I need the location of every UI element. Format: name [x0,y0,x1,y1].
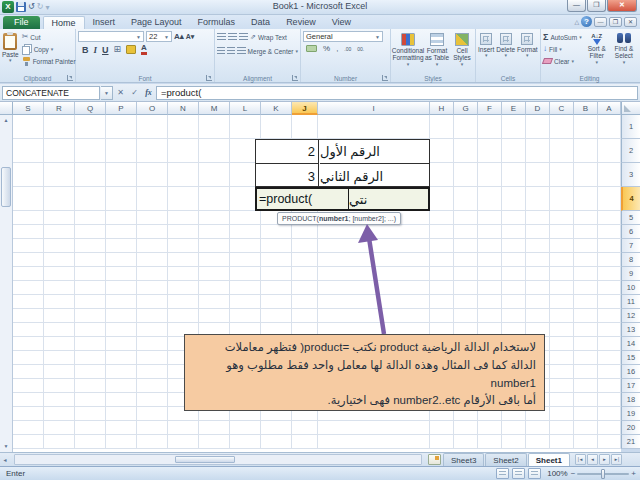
sheet-tab-sheet2[interactable]: Sheet2 [485,453,526,466]
name-box[interactable]: CONCATENATE [2,86,100,100]
row-header-8[interactable]: 8 [621,253,640,267]
row-header-13[interactable]: 13 [621,323,640,337]
row-header-12[interactable]: 12 [621,309,640,323]
column-header-H[interactable]: H [430,102,454,115]
row-header-1[interactable]: 1 [621,115,640,139]
column-header-B[interactable]: B [574,102,598,115]
shrink-font-icon[interactable]: A▾ [186,32,195,42]
column-header-G[interactable]: G [454,102,478,115]
zoom-level[interactable]: 100% [547,469,567,478]
first-sheet-icon[interactable]: |◄ [575,454,586,465]
accounting-format-icon[interactable] [306,45,317,52]
maximize-button[interactable]: ❐ [587,0,606,12]
increase-decimal-icon[interactable]: .00 [344,46,351,52]
vertical-scrollbar[interactable]: ▲ ▼ [0,115,13,452]
column-header-M[interactable]: M [199,102,230,115]
enter-formula-icon[interactable]: ✓ [128,86,141,100]
zoom-slider-track[interactable] [577,473,629,475]
bold-icon[interactable]: B [82,45,89,55]
row-header-15[interactable]: 15 [621,351,640,365]
fill-button[interactable]: ↓ Fill ▾ [543,43,582,55]
row-header-7[interactable]: 7 [621,239,640,253]
font-size-combo[interactable]: 22 ▼ [146,31,172,42]
row-header-17[interactable]: 17 [621,379,640,393]
decrease-decimal-icon[interactable]: 00. [357,46,364,52]
align-right-icon[interactable] [237,47,245,55]
vertical-scroll-thumb[interactable] [1,167,11,207]
paste-button[interactable]: Paste ▾ [2,31,19,67]
wrap-text-button[interactable]: Wrap Text [258,31,287,43]
row-header-19[interactable]: 19 [621,407,640,421]
align-bottom-icon[interactable] [239,33,248,41]
row-header-16[interactable]: 16 [621,365,640,379]
workbook-close-button[interactable]: ✕ [624,17,637,27]
row-header-10[interactable]: 10 [621,281,640,295]
cell-styles-button[interactable]: Cell Styles ▾ [451,31,473,72]
italic-icon[interactable]: I [94,45,98,55]
workbook-restore-button[interactable]: ❐ [609,17,622,27]
column-header-Q[interactable]: Q [75,102,106,115]
sheet-tab-sheet1[interactable]: Sheet1 [528,453,570,466]
tab-home[interactable]: Home [43,16,85,29]
column-header-L[interactable]: L [230,102,261,115]
font-name-combo[interactable]: ▼ [78,31,144,42]
format-as-table-button[interactable]: Format as Table ▾ [424,31,450,72]
row-header-20[interactable]: 20 [621,421,640,435]
sort-filter-button[interactable]: A↓Z Sort & Filter ▾ [585,31,609,72]
tab-formulas[interactable]: Formulas [190,16,244,29]
tab-file[interactable]: File [3,16,40,29]
tab-insert[interactable]: Insert [85,16,124,29]
horizontal-scrollbar[interactable] [14,454,422,465]
cell-J2[interactable]: 2 [256,140,319,164]
insert-function-icon[interactable]: fx [142,86,155,100]
row-header-3[interactable]: 3 [621,163,640,187]
conditional-formatting-button[interactable]: Conditional Formatting ▾ [393,31,423,72]
find-select-button[interactable]: Find & Select ▾ [612,31,636,72]
collapse-ribbon-icon[interactable]: △ [574,18,579,25]
zoom-out-icon[interactable]: − [571,469,576,479]
minimize-button[interactable]: — [567,0,586,12]
number-dialog-launcher[interactable] [382,75,388,81]
column-header-P[interactable]: P [106,102,137,115]
percent-icon[interactable]: % [323,44,330,53]
column-header-D[interactable]: D [526,102,550,115]
page-layout-view-icon[interactable] [512,468,525,479]
align-top-icon[interactable] [217,33,226,41]
tab-page-layout[interactable]: Page Layout [123,16,190,29]
autosum-button[interactable]: Σ AutoSum ▾ [543,31,582,43]
clipboard-dialog-launcher[interactable] [67,75,73,81]
borders-icon[interactable]: ⊞ [114,45,122,54]
prev-sheet-icon[interactable]: ◄ [587,454,598,465]
row-header-5[interactable]: 5 [621,211,640,225]
row-header-9[interactable]: 9 [621,267,640,281]
fill-color-icon[interactable] [126,45,136,54]
column-header-K[interactable]: K [261,102,292,115]
insert-cells-button[interactable]: Insert ▾ [478,31,494,72]
next-sheet-icon[interactable]: ► [599,454,610,465]
align-middle-icon[interactable] [228,33,237,41]
tab-data[interactable]: Data [243,16,278,29]
font-dialog-launcher[interactable] [206,75,212,81]
cut-button[interactable]: ✂ Cut [22,31,76,43]
normal-view-icon[interactable] [496,468,509,479]
column-header-S[interactable]: S [13,102,44,115]
close-button[interactable]: ✕ [607,0,637,12]
sheet-tab-sheet3[interactable]: Sheet3 [443,453,484,466]
comma-icon[interactable]: , [336,44,338,53]
row-header-4[interactable]: 4 [621,187,640,211]
format-cells-button[interactable]: Format ▾ [517,31,538,72]
align-left-icon[interactable] [217,47,225,55]
column-header-F[interactable]: F [478,102,502,115]
zoom-in-icon[interactable]: + [631,469,636,479]
column-header-A[interactable]: A [598,102,621,115]
select-all-corner[interactable] [621,102,640,115]
merge-center-button[interactable]: Merge & Center ▾ [248,45,298,57]
page-break-view-icon[interactable] [528,468,541,479]
grow-font-icon[interactable]: A▴ [174,32,184,42]
workbook-minimize-button[interactable]: — [594,17,607,27]
number-format-combo[interactable]: General ▼ [303,31,383,42]
cell-I4[interactable]: نتي [349,189,428,209]
row-header-18[interactable]: 18 [621,393,640,407]
cancel-formula-icon[interactable]: ✕ [114,86,127,100]
column-header-C[interactable]: C [550,102,574,115]
